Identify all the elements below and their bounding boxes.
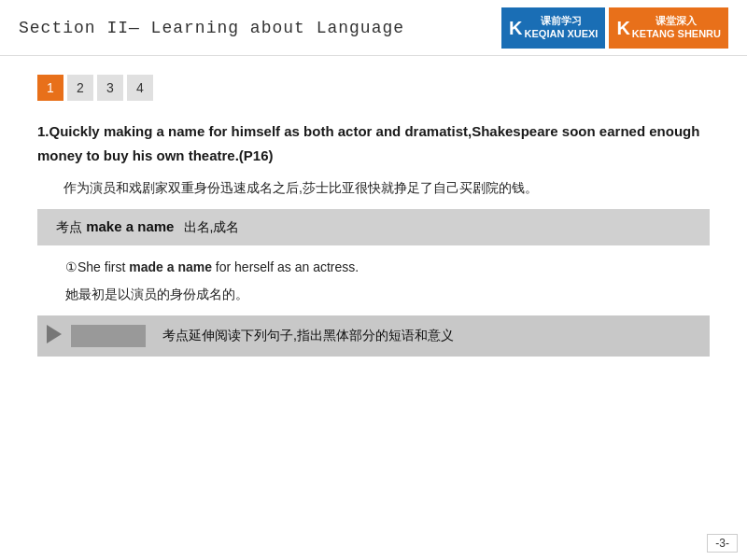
keypoint-phrase: make a name [86, 218, 174, 234]
extension-text: 考点延伸阅读下列句子,指出黑体部分的短语和意义 [162, 328, 454, 344]
example-bold: made a name [129, 259, 212, 274]
badge-ketang: K 课堂深入 KETANG SHENRU [609, 7, 728, 49]
sentence-text: Quickly making a name for himself as bot… [37, 123, 699, 163]
page-btn-2[interactable]: 2 [67, 75, 93, 101]
header-badges: K 课前学习 KEQIAN XUEXI K 课堂深入 KETANG SHENRU [501, 7, 728, 49]
keypoint-box: 考点 make a name 出名,成名 [37, 209, 710, 245]
badge1-line2: KEQIAN XUEXI [525, 28, 599, 39]
header-title: Section II— Learning about Language [19, 19, 404, 37]
badge2-line1: 课堂深入 [655, 15, 697, 26]
keypoint-meaning: 出名,成名 [184, 219, 240, 234]
badge2-text: 课堂深入 KETANG SHENRU [632, 15, 721, 39]
extension-label: 考点延伸 [162, 328, 215, 343]
main-sentence: 1.Quickly making a name for himself as b… [37, 119, 710, 167]
chinese-translation: 作为演员和戏剧家双重身份迅速成名之后,莎士比亚很快就挣足了自己买剧院的钱。 [37, 176, 710, 200]
extension-box: 考点延伸阅读下列句子,指出黑体部分的短语和意义 [37, 315, 710, 357]
ext-arrow-icon [47, 325, 62, 347]
badge2-line2: KETANG SHENRU [632, 28, 721, 39]
header: Section II— Learning about Language K 课前… [0, 0, 747, 56]
badge1-k: K [509, 16, 522, 40]
content: 1 2 3 4 1.Quickly making a name for hims… [0, 56, 747, 371]
ext-gray-bar [71, 325, 146, 347]
page-btn-3[interactable]: 3 [97, 75, 123, 101]
badge1-text: 课前学习 KEQIAN XUEXI [525, 15, 599, 39]
sentence-number: 1. [37, 123, 49, 139]
badge1-line1: 课前学习 [541, 15, 582, 26]
example-1: ①She first made a name for herself as an… [65, 257, 710, 279]
page-btn-4[interactable]: 4 [127, 75, 153, 101]
badge-keqian: K 课前学习 KEQIAN XUEXI [501, 7, 605, 49]
keypoint-label: 考点 [56, 219, 82, 234]
example-1-cn: 她最初是以演员的身份成名的。 [65, 284, 710, 306]
page-number: -3- [707, 534, 738, 553]
extension-content: 阅读下列句子,指出黑体部分的短语和意义 [215, 328, 454, 343]
badge2-k: K [616, 16, 629, 40]
example-num: ① [65, 259, 78, 274]
page-btn-1[interactable]: 1 [37, 75, 63, 101]
pagination: 1 2 3 4 [37, 75, 710, 101]
